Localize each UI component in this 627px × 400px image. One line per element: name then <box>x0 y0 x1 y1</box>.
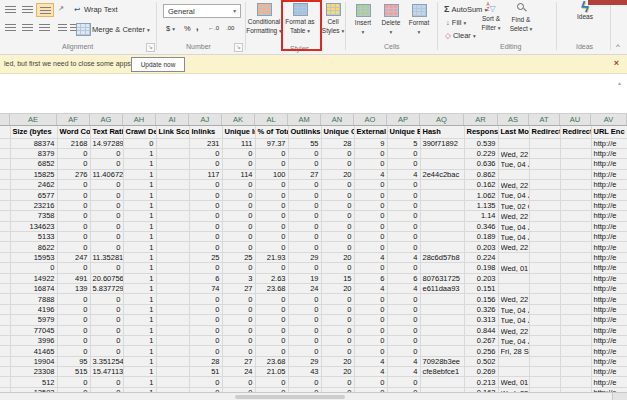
cell[interactable] <box>0 346 10 356</box>
cell[interactable]: 111 <box>222 138 255 148</box>
cell[interactable]: 41465 <box>10 346 57 356</box>
cell[interactable] <box>560 346 591 356</box>
align-left-button[interactable] <box>2 21 18 33</box>
cell[interactable] <box>0 242 10 252</box>
cell[interactable]: 0.502 <box>464 356 498 366</box>
cell[interactable]: 0 <box>222 190 255 200</box>
cell[interactable]: 0 <box>123 138 156 148</box>
align-top-button[interactable] <box>2 3 18 15</box>
cell[interactable]: 28 <box>321 138 354 148</box>
cell[interactable] <box>0 335 10 345</box>
cell[interactable] <box>0 180 10 190</box>
cell[interactable]: 0 <box>255 346 288 356</box>
column-header-AQ[interactable]: AQ <box>420 114 464 125</box>
cell[interactable]: http://e <box>591 200 627 210</box>
cell[interactable] <box>560 190 591 200</box>
number-format-select[interactable]: General ▾ <box>163 4 241 18</box>
cell[interactable] <box>560 304 591 314</box>
cell[interactable]: 5133 <box>10 232 57 242</box>
cell[interactable]: 0 <box>288 335 321 345</box>
column-header-AF[interactable]: AF <box>57 114 90 125</box>
cell[interactable]: 0 <box>255 335 288 345</box>
sort-filter-button[interactable]: AZ▽ Sort & Filter ▾ <box>476 3 506 33</box>
cell[interactable]: 6577 <box>10 190 57 200</box>
cell[interactable]: 6852 <box>10 159 57 169</box>
header-cell[interactable]: Unique Inl <box>222 126 255 138</box>
cell[interactable]: 0 <box>354 304 387 314</box>
cell[interactable]: 23.68 <box>255 283 288 293</box>
cell[interactable]: 7888 <box>10 294 57 304</box>
cell[interactable]: 0 <box>255 377 288 387</box>
cell[interactable]: 0 <box>387 377 420 387</box>
cell[interactable] <box>420 315 464 325</box>
cell[interactable] <box>156 263 189 273</box>
update-now-button[interactable]: Update now <box>131 57 185 72</box>
header-cell[interactable]: Inlinks <box>189 126 222 138</box>
cell[interactable]: 0 <box>288 232 321 242</box>
cell[interactable]: 0.326 <box>464 304 498 314</box>
cell[interactable]: 6 <box>354 273 387 283</box>
cell[interactable]: 0 <box>255 263 288 273</box>
cell[interactable]: 0 <box>321 294 354 304</box>
cell[interactable]: 88374 <box>10 138 57 148</box>
cell[interactable]: 0 <box>189 242 222 252</box>
cell[interactable]: 0 <box>354 242 387 252</box>
merge-center-button[interactable]: Merge & Center ▾ <box>92 25 150 34</box>
cell[interactable]: 1 <box>123 273 156 283</box>
cell[interactable] <box>156 138 189 148</box>
cell[interactable] <box>560 283 591 293</box>
cell[interactable] <box>498 138 529 148</box>
cell[interactable] <box>420 263 464 273</box>
cell[interactable] <box>560 242 591 252</box>
cell[interactable] <box>560 232 591 242</box>
cell[interactable]: 4 <box>387 169 420 179</box>
cell[interactable]: 0 <box>90 263 123 273</box>
cell[interactable]: 6 <box>189 273 222 283</box>
cell[interactable]: 0 <box>57 200 90 210</box>
cell[interactable] <box>529 283 560 293</box>
cell[interactable]: 0 <box>321 335 354 345</box>
cell[interactable]: http://e <box>591 377 627 387</box>
cell[interactable] <box>156 273 189 283</box>
cell[interactable]: 0 <box>354 377 387 387</box>
cell[interactable]: 1 <box>123 190 156 200</box>
cell[interactable]: 1.062 <box>464 190 498 200</box>
cell[interactable]: 0 <box>222 232 255 242</box>
cell[interactable]: 0 <box>288 346 321 356</box>
cell-styles-button[interactable]: Cell Styles ▾ <box>318 3 348 36</box>
cell[interactable] <box>560 221 591 231</box>
cell[interactable]: Tue, 04 Jun 2019 09:50:39 GMT <box>498 315 529 325</box>
cell[interactable]: 0 <box>321 159 354 169</box>
cell[interactable]: 1 <box>123 367 156 377</box>
cell[interactable]: 0 <box>90 315 123 325</box>
cell[interactable] <box>560 263 591 273</box>
cell[interactable] <box>0 377 10 387</box>
cell[interactable] <box>420 148 464 158</box>
cell[interactable]: 0 <box>288 159 321 169</box>
cell[interactable]: 0 <box>288 325 321 335</box>
cell[interactable]: 0 <box>57 221 90 231</box>
cell[interactable]: 0 <box>90 148 123 158</box>
cell[interactable] <box>529 294 560 304</box>
cell[interactable]: 20 <box>321 367 354 377</box>
cell[interactable]: 1 <box>123 159 156 169</box>
cell[interactable]: 0 <box>387 221 420 231</box>
cell[interactable]: 0 <box>57 190 90 200</box>
cell[interactable]: 1 <box>123 315 156 325</box>
cell[interactable]: 0 <box>189 180 222 190</box>
cell[interactable]: 0 <box>90 242 123 252</box>
cell[interactable]: 0 <box>57 304 90 314</box>
cell[interactable]: 0 <box>222 221 255 231</box>
format-cells-button[interactable]: Format ▾ <box>405 4 433 37</box>
cell[interactable]: http://e <box>591 283 627 293</box>
cell[interactable]: 74 <box>189 283 222 293</box>
cell[interactable]: 77045 <box>10 325 57 335</box>
comma-style-button[interactable]: , <box>196 22 199 32</box>
cell[interactable]: 0 <box>354 315 387 325</box>
cell[interactable] <box>560 294 591 304</box>
cell[interactable]: 0 <box>387 180 420 190</box>
cell[interactable]: 0 <box>255 159 288 169</box>
cell[interactable]: 0 <box>354 190 387 200</box>
cell[interactable]: 4 <box>354 252 387 262</box>
cell[interactable]: 4 <box>387 367 420 377</box>
